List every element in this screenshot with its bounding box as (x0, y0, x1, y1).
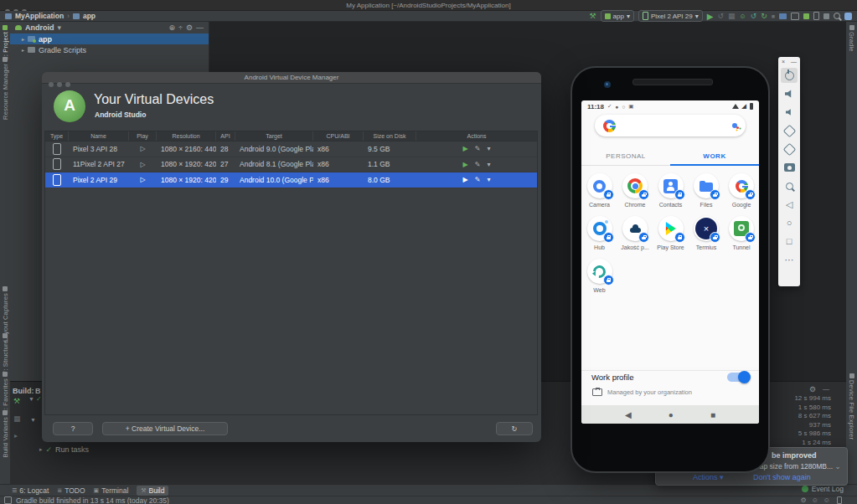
profiler-button[interactable]: ↺ (751, 12, 757, 20)
expand-arrow-icon[interactable]: ▸ (39, 446, 43, 453)
launch-avd-button[interactable]: ▶ (463, 161, 468, 168)
gear-icon[interactable]: ⚙ (186, 23, 193, 32)
app-termius[interactable]: × Termius (689, 216, 725, 250)
app-google[interactable]: Google (724, 173, 760, 208)
avd-menu-button[interactable]: ▾ (487, 176, 490, 183)
stop-button[interactable]: ■ (772, 13, 775, 19)
hide-panel-icon[interactable]: — (823, 385, 829, 393)
event-log-button[interactable]: Event Log (802, 485, 844, 493)
sdk-manager-icon[interactable] (803, 13, 809, 19)
profile-avatar[interactable] (844, 13, 852, 20)
chevron-down-icon[interactable]: ⌄ (835, 462, 841, 471)
search-everywhere-icon[interactable] (834, 13, 840, 19)
emulator-close-icon[interactable]: × (782, 59, 785, 66)
filter-icon[interactable]: ▦ (13, 414, 21, 423)
refresh-button[interactable]: ↻ (496, 422, 533, 435)
rotate-left-button[interactable] (781, 121, 798, 140)
app-play-store[interactable]: Play Store (653, 216, 689, 250)
emulator-overview-button[interactable]: □ (781, 232, 798, 250)
toolwindow-switcher-icon[interactable] (4, 496, 12, 504)
edit-avd-button[interactable]: ✎ (475, 145, 481, 152)
expand-arrow-icon[interactable]: ▸ (22, 47, 24, 53)
column-header[interactable]: CPU/ABI (313, 131, 364, 141)
column-header[interactable]: Resolution (157, 131, 216, 141)
emulator-home-button[interactable]: ○ (781, 213, 798, 232)
sidebar-item-device-file-explorer[interactable]: Device File Explorer (846, 373, 857, 440)
screenshot-button[interactable] (781, 158, 798, 177)
build-hammer-icon[interactable]: ⚒ (589, 12, 596, 20)
device-manager-icon[interactable] (779, 13, 787, 19)
app-jakosc[interactable]: Jakość p... (617, 216, 653, 250)
heap-indicator-icon[interactable] (837, 496, 842, 504)
device-dropdown[interactable]: Pixel 2 API 29 ▾ (638, 10, 703, 22)
tree-expand-icon[interactable]: ▼ (30, 417, 36, 423)
project-view-selector[interactable]: Android (25, 23, 54, 32)
breadcrumb[interactable]: MyApplication › app (5, 12, 96, 20)
launch-avd-button[interactable]: ▶ (463, 145, 468, 152)
volume-down-button[interactable] (781, 103, 798, 121)
power-button[interactable] (781, 68, 798, 83)
column-header[interactable]: Size on Disk (364, 131, 416, 141)
column-header[interactable]: Target (235, 131, 313, 141)
sidebar-item-project[interactable]: 1: Project (0, 25, 10, 60)
emulator-more-button[interactable]: ⋯ (781, 250, 798, 269)
gradle-sync-icon[interactable] (823, 13, 829, 19)
app-chrome[interactable]: Chrome (617, 173, 653, 208)
collapse-all-icon[interactable]: ÷ (178, 23, 183, 32)
table-row[interactable]: Pixel 3 API 28 ▷ 1080 × 2160: 440dpi 28 … (45, 141, 537, 157)
column-header[interactable]: Play Store (129, 131, 157, 141)
tab-build[interactable]: ⚒ Build (137, 486, 168, 496)
volume-up-button[interactable] (781, 85, 798, 103)
project-panel-header[interactable]: Android ▾ ⊕ ÷ ⚙ — (10, 22, 209, 33)
pin-icon[interactable]: ▸ (14, 432, 18, 440)
tab-todo[interactable]: ≣ TODO (57, 486, 85, 495)
zoom-icon[interactable] (65, 82, 70, 87)
feedback-happy-icon[interactable]: ☺ (812, 496, 818, 504)
tab-personal[interactable]: PERSONAL (581, 147, 670, 166)
logcat-monitor-icon[interactable] (791, 13, 799, 20)
debug-button[interactable]: ☺ (740, 13, 746, 20)
emulator-back-button[interactable]: ◁ (781, 195, 798, 213)
apply-changes-button[interactable]: ↻ (761, 12, 767, 20)
launch-avd-button[interactable]: ▶ (463, 176, 468, 183)
notification-dismiss-link[interactable]: Don't show again (753, 473, 811, 481)
breadcrumb-module[interactable]: app (83, 12, 96, 20)
nav-home-button[interactable]: ● (669, 410, 674, 419)
column-header[interactable]: Name (69, 131, 129, 141)
tab-logcat[interactable]: ☰ 6: Logcat (12, 486, 49, 495)
app-web[interactable]: Web (581, 259, 617, 293)
emulator-screen[interactable]: 11:18 ✓ ● ○ ▣ ◢ PERSONAL WORK (581, 100, 759, 424)
avd-menu-button[interactable]: ▾ (487, 145, 490, 152)
restart-button[interactable]: ↺ (717, 12, 724, 20)
emulator-minimize-icon[interactable]: — (791, 59, 797, 66)
nav-back-button[interactable]: ◀ (625, 410, 632, 419)
tree-item-gradle-scripts[interactable]: ▸ Gradle Scripts (10, 44, 209, 55)
gear-icon[interactable]: ⚙ (809, 385, 816, 393)
run-button[interactable]: ▶ (707, 12, 714, 21)
rotate-right-button[interactable] (781, 140, 798, 158)
expand-arrow-icon[interactable]: ▸ (22, 36, 24, 42)
zoom-button[interactable] (781, 177, 798, 195)
feedback-sad-icon[interactable]: ☺ (823, 496, 830, 504)
minimize-icon[interactable] (57, 82, 62, 87)
hide-panel-icon[interactable]: — (196, 23, 204, 32)
column-header[interactable]: API (216, 131, 235, 141)
work-profile-toggle[interactable] (727, 373, 749, 382)
sidebar-item-structure[interactable]: 7: Structure (0, 333, 10, 374)
build-panel-partial-tab[interactable]: B (35, 387, 41, 395)
run-config-dropdown[interactable]: app ▾ (601, 10, 634, 22)
sidebar-item-build-variants[interactable]: Build Variants (0, 410, 10, 458)
tab-terminal[interactable]: ▣ Terminal (94, 486, 129, 495)
sidebar-item-gradle[interactable]: Gradle (846, 25, 857, 52)
help-button[interactable]: ? (53, 422, 93, 435)
close-icon[interactable] (49, 82, 54, 87)
table-row-selected[interactable]: Pixel 2 API 29 ▷ 1080 × 1920: 420dpi 29 … (45, 172, 537, 188)
breadcrumb-project[interactable]: MyApplication (15, 12, 64, 20)
tree-item-app[interactable]: ▸ app (10, 33, 209, 44)
app-tunnel[interactable]: Tunnel (724, 216, 760, 250)
nav-overview-button[interactable]: ■ (710, 410, 715, 419)
app-contacts[interactable]: Contacts (653, 173, 689, 208)
create-virtual-device-button[interactable]: + Create Virtual Device... (102, 422, 228, 435)
sidebar-item-favorites[interactable]: 2: Favorites (0, 372, 10, 414)
assistant-mic-icon[interactable] (732, 123, 737, 128)
